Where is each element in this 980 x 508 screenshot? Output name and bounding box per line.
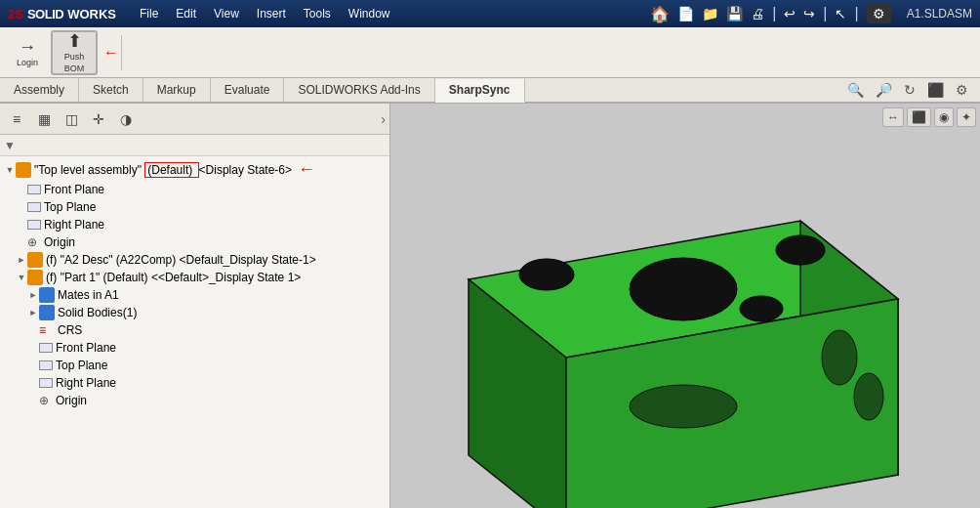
zoom-icon[interactable]: 🔎 [872, 80, 896, 100]
push-bom-label2: BOM [64, 64, 85, 73]
front-plane-2-icon [39, 343, 53, 353]
right-plane-label-1: Right Plane [44, 218, 104, 232]
tree-right-plane-1[interactable]: Right Plane [0, 216, 389, 233]
app-title: A1.SLDASM [907, 7, 972, 21]
top-plane-label-2: Top Plane [56, 359, 107, 372]
feat-btn-menu[interactable]: ≡ [4, 106, 29, 132]
tree-top-plane-2[interactable]: Top Plane [0, 357, 389, 374]
settings-icon[interactable]: ⚙ [952, 80, 972, 100]
tab-assembly[interactable]: Assembly [0, 78, 79, 102]
print-icon[interactable]: 🖨 [751, 6, 764, 21]
tree-origin-2[interactable]: ⊕ Origin [0, 392, 389, 409]
right-plane-2-icon [39, 378, 53, 388]
mates-icon [39, 287, 55, 303]
feat-btn-tree[interactable]: ◫ [59, 106, 84, 132]
title-bar-right: 🏠 📄 📁 💾 🖨 | ↩ ↪ | ↖ | ⚙ A1.SLDASM [650, 4, 972, 23]
tree-root[interactable]: ▼ "Top level assembly" (Default) <Displa… [0, 158, 389, 181]
solid-bodies-label: Solid Bodies(1) [58, 306, 137, 319]
tree-crs[interactable]: ≡ CRS [0, 321, 389, 339]
push-bom-button[interactable]: ⬆ Push BOM [51, 30, 98, 75]
svg-point-9 [630, 385, 737, 428]
menu-window[interactable]: Window [341, 5, 398, 22]
tab-sharpsync[interactable]: SharpSync [435, 79, 525, 103]
front-plane-label-2: Front Plane [56, 341, 116, 355]
zoom-fit-icon[interactable]: ↔ [882, 107, 904, 127]
root-red-arrow: ← [298, 159, 315, 180]
login-icon: → [19, 38, 36, 56]
tree-origin-1[interactable]: ⊕ Origin [0, 233, 389, 251]
menu-edit[interactable]: Edit [168, 5, 204, 22]
mates-expand: ► [27, 290, 39, 300]
root-label: "Top level assembly" (Default) <Display … [34, 163, 292, 177]
top-plane-2-icon [39, 360, 53, 370]
left-panel: ≡ ▦ ◫ ✛ ◑ › ▼ ▼ "Top level assembly" (De… [0, 104, 390, 508]
undo-icon[interactable]: ↩ [784, 6, 796, 21]
perspective-icon[interactable]: ◉ [934, 107, 954, 127]
login-label: Login [17, 58, 38, 67]
3d-view[interactable]: ↔ ⬛ ◉ ✦ [390, 104, 980, 508]
part1-expand: ▼ [16, 273, 27, 282]
svg-point-10 [822, 330, 857, 385]
feat-btn-pie[interactable]: ◑ [113, 106, 139, 132]
logo-solid: SOLID [27, 7, 63, 21]
svg-point-11 [854, 373, 883, 420]
tree-top-plane-1[interactable]: Top Plane [0, 198, 389, 216]
tab-toolbar-right: 🔍 🔎 ↻ ⬛ ⚙ [843, 80, 980, 100]
sw-logo: 2S SOLIDWORKS [8, 7, 116, 21]
tree-mates[interactable]: ► Mates in A1 [0, 286, 389, 304]
tab-markup[interactable]: Markup [143, 78, 211, 102]
root-assembly-icon [16, 162, 31, 178]
front-plane-label-1: Front Plane [44, 183, 104, 196]
login-button[interactable]: → Login [4, 30, 51, 75]
svg-point-6 [519, 259, 574, 290]
cube-icon[interactable]: ⬛ [923, 80, 948, 100]
a2desc-label: (f) "A2 Desc" (A22Comp) <Default_Display… [46, 253, 316, 267]
origin-icon-1: ⊕ [27, 235, 41, 249]
svg-point-7 [776, 235, 825, 265]
title-bar: 2S SOLIDWORKS File Edit View Insert Tool… [0, 0, 980, 27]
crs-icon: ≡ [39, 323, 55, 337]
menu-view[interactable]: View [206, 5, 247, 22]
menu-insert[interactable]: Insert [249, 5, 294, 22]
new-icon[interactable]: 📄 [677, 6, 694, 21]
part1-label: (f) "Part 1" (Default) <<Default>_Displa… [46, 271, 301, 284]
front-plane-icon [27, 185, 41, 194]
menu-tools[interactable]: Tools [296, 5, 339, 22]
feat-btn-target[interactable]: ✛ [86, 106, 111, 132]
tree-front-plane-2[interactable]: Front Plane [0, 339, 389, 357]
solid-bodies-expand: ► [27, 308, 39, 318]
a2desc-icon [27, 252, 43, 268]
search-icon[interactable]: 🔍 [843, 80, 868, 100]
root-default-label: (Default) [144, 162, 198, 178]
select-icon[interactable]: ↖ [835, 6, 846, 21]
tree-front-plane-1[interactable]: Front Plane [0, 181, 389, 198]
tree-solid-bodies[interactable]: ► Solid Bodies(1) [0, 304, 389, 321]
tab-sketch[interactable]: Sketch [79, 78, 143, 102]
save-icon[interactable]: 💾 [726, 6, 743, 21]
tree-part1[interactable]: ▼ (f) "Part 1" (Default) <<Default>_Disp… [0, 269, 389, 286]
menu-bar: File Edit View Insert Tools Window [132, 5, 398, 22]
rotate-icon[interactable]: ↻ [900, 80, 919, 100]
root-level-label: level assembly [61, 163, 138, 177]
display-style-icon[interactable]: ⬛ [907, 107, 931, 127]
menu-file[interactable]: File [132, 5, 166, 22]
section-view-icon[interactable]: ✦ [957, 107, 976, 127]
push-bom-icon: ⬆ [67, 32, 82, 50]
tree-a2desc[interactable]: ► (f) "A2 Desc" (A22Comp) <Default_Displ… [0, 251, 389, 269]
top-plane-icon [27, 202, 41, 212]
tab-evaluate[interactable]: Evaluate [211, 78, 285, 102]
filter-icon[interactable]: ▼ [4, 139, 16, 152]
home-icon[interactable]: 🏠 [650, 5, 670, 23]
top-plane-label-1: Top Plane [44, 200, 96, 214]
logo-2s: 2S [8, 7, 23, 21]
tab-addins[interactable]: SOLIDWORKS Add-Ins [284, 78, 434, 102]
feat-btn-table[interactable]: ▦ [31, 106, 57, 132]
filter-bar: ▼ [0, 135, 389, 156]
toolbar-divider [121, 35, 122, 70]
tree-right-plane-2[interactable]: Right Plane [0, 374, 389, 392]
feat-arrow[interactable]: › [381, 111, 386, 127]
open-icon[interactable]: 📁 [702, 6, 718, 21]
options-icon[interactable]: ⚙ [867, 4, 891, 23]
origin-label-2: Origin [56, 394, 87, 407]
redo-icon[interactable]: ↪ [803, 6, 815, 21]
